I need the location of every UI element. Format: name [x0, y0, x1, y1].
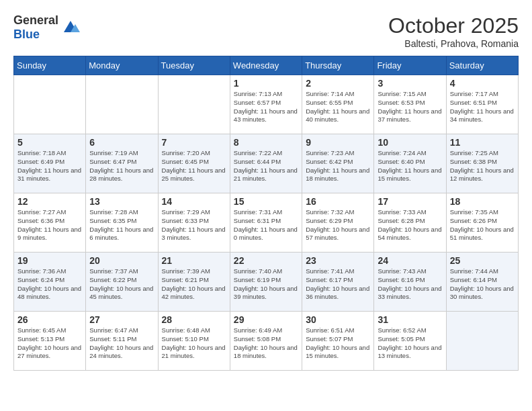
day-number: 6: [89, 137, 154, 148]
table-row: 15Sunrise: 7:31 AM Sunset: 6:31 PM Dayli…: [230, 193, 302, 253]
header-friday: Friday: [374, 56, 446, 75]
calendar-week-row: 5Sunrise: 7:18 AM Sunset: 6:49 PM Daylig…: [14, 134, 519, 193]
table-row: 1Sunrise: 7:13 AM Sunset: 6:57 PM Daylig…: [230, 75, 302, 134]
table-row: 30Sunrise: 6:51 AM Sunset: 5:07 PM Dayli…: [302, 312, 374, 371]
table-row: 25Sunrise: 7:44 AM Sunset: 6:14 PM Dayli…: [446, 253, 518, 312]
day-info: Sunrise: 7:33 AM Sunset: 6:28 PM Dayligh…: [378, 208, 442, 242]
table-row: 12Sunrise: 7:27 AM Sunset: 6:36 PM Dayli…: [14, 193, 86, 253]
header-monday: Monday: [86, 56, 158, 75]
table-row: 2Sunrise: 7:14 AM Sunset: 6:55 PM Daylig…: [302, 75, 374, 134]
day-number: 1: [234, 78, 298, 89]
day-info: Sunrise: 7:18 AM Sunset: 6:49 PM Dayligh…: [17, 149, 82, 183]
day-info: Sunrise: 7:29 AM Sunset: 6:33 PM Dayligh…: [162, 208, 226, 242]
day-info: Sunrise: 6:45 AM Sunset: 5:13 PM Dayligh…: [17, 326, 82, 361]
calendar-header-row: Sunday Monday Tuesday Wednesday Thursday…: [14, 56, 519, 75]
header-thursday: Thursday: [302, 56, 374, 75]
table-row: 29Sunrise: 6:49 AM Sunset: 5:08 PM Dayli…: [230, 312, 302, 371]
day-number: 2: [306, 78, 370, 89]
day-info: Sunrise: 6:52 AM Sunset: 5:05 PM Dayligh…: [378, 326, 442, 361]
table-row: 26Sunrise: 6:45 AM Sunset: 5:13 PM Dayli…: [14, 312, 86, 371]
day-info: Sunrise: 7:41 AM Sunset: 6:17 PM Dayligh…: [306, 267, 370, 302]
month-title: October 2025: [388, 13, 519, 38]
day-number: 3: [378, 78, 442, 89]
day-number: 27: [89, 314, 154, 325]
day-number: 29: [234, 314, 298, 325]
day-info: Sunrise: 7:22 AM Sunset: 6:44 PM Dayligh…: [234, 149, 298, 183]
table-row: 17Sunrise: 7:33 AM Sunset: 6:28 PM Dayli…: [374, 193, 446, 253]
day-info: Sunrise: 7:27 AM Sunset: 6:36 PM Dayligh…: [17, 208, 82, 242]
table-row: [446, 312, 518, 371]
logo-text: General Blue: [13, 13, 58, 42]
table-row: 3Sunrise: 7:15 AM Sunset: 6:53 PM Daylig…: [374, 75, 446, 134]
table-row: 20Sunrise: 7:37 AM Sunset: 6:22 PM Dayli…: [86, 253, 158, 312]
location-subtitle: Baltesti, Prahova, Romania: [388, 38, 519, 49]
table-row: 21Sunrise: 7:39 AM Sunset: 6:21 PM Dayli…: [158, 253, 230, 312]
header-wednesday: Wednesday: [230, 56, 302, 75]
calendar-week-row: 1Sunrise: 7:13 AM Sunset: 6:57 PM Daylig…: [14, 75, 519, 134]
day-number: 30: [306, 314, 370, 325]
table-row: 18Sunrise: 7:35 AM Sunset: 6:26 PM Dayli…: [446, 193, 518, 253]
day-number: 28: [162, 314, 226, 325]
day-info: Sunrise: 7:37 AM Sunset: 6:22 PM Dayligh…: [89, 267, 154, 302]
table-row: 22Sunrise: 7:40 AM Sunset: 6:19 PM Dayli…: [230, 253, 302, 312]
day-number: 18: [450, 196, 515, 207]
day-info: Sunrise: 7:44 AM Sunset: 6:14 PM Dayligh…: [450, 267, 515, 302]
day-number: 16: [306, 196, 370, 207]
table-row: 19Sunrise: 7:36 AM Sunset: 6:24 PM Dayli…: [14, 253, 86, 312]
day-number: 13: [89, 196, 154, 207]
day-info: Sunrise: 6:51 AM Sunset: 5:07 PM Dayligh…: [306, 326, 370, 361]
table-row: [86, 75, 158, 134]
table-row: 28Sunrise: 6:48 AM Sunset: 5:10 PM Dayli…: [158, 312, 230, 371]
day-number: 5: [17, 137, 82, 148]
calendar-table: Sunday Monday Tuesday Wednesday Thursday…: [13, 56, 519, 371]
table-row: 7Sunrise: 7:20 AM Sunset: 6:45 PM Daylig…: [158, 134, 230, 193]
day-info: Sunrise: 7:23 AM Sunset: 6:42 PM Dayligh…: [306, 149, 370, 183]
day-number: 14: [162, 196, 226, 207]
logo-icon: [60, 17, 81, 38]
day-info: Sunrise: 7:15 AM Sunset: 6:53 PM Dayligh…: [378, 90, 442, 124]
table-row: 8Sunrise: 7:22 AM Sunset: 6:44 PM Daylig…: [230, 134, 302, 193]
day-number: 8: [234, 137, 298, 148]
day-number: 15: [234, 196, 298, 207]
day-info: Sunrise: 7:40 AM Sunset: 6:19 PM Dayligh…: [234, 267, 298, 302]
day-number: 4: [450, 78, 515, 89]
day-info: Sunrise: 7:20 AM Sunset: 6:45 PM Dayligh…: [162, 149, 226, 183]
table-row: 5Sunrise: 7:18 AM Sunset: 6:49 PM Daylig…: [14, 134, 86, 193]
table-row: 24Sunrise: 7:43 AM Sunset: 6:16 PM Dayli…: [374, 253, 446, 312]
day-number: 12: [17, 196, 82, 207]
day-info: Sunrise: 7:19 AM Sunset: 6:47 PM Dayligh…: [89, 149, 154, 183]
day-number: 11: [450, 137, 515, 148]
day-info: Sunrise: 7:36 AM Sunset: 6:24 PM Dayligh…: [17, 267, 82, 302]
table-row: [158, 75, 230, 134]
day-number: 26: [17, 314, 82, 325]
table-row: 13Sunrise: 7:28 AM Sunset: 6:35 PM Dayli…: [86, 193, 158, 253]
day-info: Sunrise: 7:25 AM Sunset: 6:38 PM Dayligh…: [450, 149, 515, 183]
day-info: Sunrise: 7:32 AM Sunset: 6:29 PM Dayligh…: [306, 208, 370, 242]
logo-blue: Blue: [13, 28, 40, 41]
day-number: 21: [162, 255, 226, 266]
day-info: Sunrise: 7:43 AM Sunset: 6:16 PM Dayligh…: [378, 267, 442, 302]
calendar-week-row: 12Sunrise: 7:27 AM Sunset: 6:36 PM Dayli…: [14, 193, 519, 253]
day-number: 25: [450, 255, 515, 266]
day-number: 7: [162, 137, 226, 148]
table-row: 10Sunrise: 7:24 AM Sunset: 6:40 PM Dayli…: [374, 134, 446, 193]
title-block: October 2025 Baltesti, Prahova, Romania: [388, 13, 519, 49]
table-row: 31Sunrise: 6:52 AM Sunset: 5:05 PM Dayli…: [374, 312, 446, 371]
day-number: 31: [378, 314, 442, 325]
header-sunday: Sunday: [14, 56, 86, 75]
table-row: 4Sunrise: 7:17 AM Sunset: 6:51 PM Daylig…: [446, 75, 518, 134]
day-number: 9: [306, 137, 370, 148]
day-info: Sunrise: 7:14 AM Sunset: 6:55 PM Dayligh…: [306, 90, 370, 124]
day-number: 17: [378, 196, 442, 207]
table-row: 9Sunrise: 7:23 AM Sunset: 6:42 PM Daylig…: [302, 134, 374, 193]
page-header: General Blue October 2025 Baltesti, Prah…: [13, 13, 519, 49]
calendar-week-row: 26Sunrise: 6:45 AM Sunset: 5:13 PM Dayli…: [14, 312, 519, 371]
day-number: 22: [234, 255, 298, 266]
day-number: 24: [378, 255, 442, 266]
day-info: Sunrise: 7:17 AM Sunset: 6:51 PM Dayligh…: [450, 90, 515, 124]
day-number: 20: [89, 255, 154, 266]
day-info: Sunrise: 7:31 AM Sunset: 6:31 PM Dayligh…: [234, 208, 298, 242]
table-row: 27Sunrise: 6:47 AM Sunset: 5:11 PM Dayli…: [86, 312, 158, 371]
table-row: 6Sunrise: 7:19 AM Sunset: 6:47 PM Daylig…: [86, 134, 158, 193]
table-row: [14, 75, 86, 134]
